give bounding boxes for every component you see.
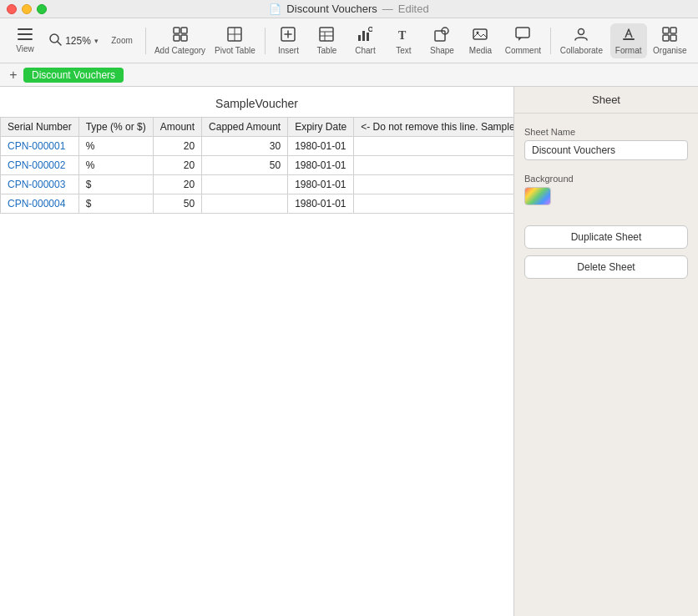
panel-body: Sheet Name Background Duplicate Sheet De… (514, 114, 698, 292)
shape-button[interactable]: Shape (423, 23, 460, 58)
cell-note-3[interactable] (354, 175, 513, 194)
table-button[interactable]: Table (308, 23, 345, 58)
pivot-table-icon (227, 27, 242, 44)
panel-buttons: Duplicate Sheet Delete Sheet (524, 225, 688, 279)
cell-note-1[interactable] (354, 137, 513, 156)
svg-rect-6 (181, 28, 187, 33)
table-row[interactable]: CPN-000004 $ 50 1980-01-01 (1, 194, 514, 214)
format-button[interactable]: Format (610, 23, 647, 58)
svg-rect-24 (435, 31, 445, 41)
cell-expiry-3[interactable]: 1980-01-01 (288, 175, 354, 194)
organise-icon (662, 27, 677, 44)
table-row[interactable]: CPN-000002 % 20 50 1980-01-01 (1, 156, 514, 175)
sheet-tabs-bar: + Discount Vouchers (0, 63, 698, 87)
cell-serial-3[interactable]: CPN-000003 (1, 175, 79, 194)
cell-expiry-1[interactable]: 1980-01-01 (288, 137, 354, 156)
comment-label: Comment (505, 46, 541, 55)
cell-expiry-4[interactable]: 1980-01-01 (288, 194, 354, 214)
duplicate-sheet-button[interactable]: Duplicate Sheet (524, 225, 688, 249)
svg-rect-0 (18, 28, 33, 30)
media-label: Media (469, 46, 492, 55)
cell-type-3[interactable]: $ (78, 175, 153, 194)
title-bar: 📄 Discount Vouchers — Edited (0, 0, 698, 18)
svg-rect-28 (516, 28, 529, 38)
svg-rect-1 (18, 33, 33, 35)
text-button[interactable]: T Text (385, 23, 422, 58)
cell-expiry-2[interactable]: 1980-01-01 (288, 156, 354, 175)
insert-icon (281, 27, 296, 44)
table-row[interactable]: CPN-000003 $ 20 1980-01-01 (1, 175, 514, 194)
insert-button[interactable]: Insert (270, 23, 306, 58)
text-label: Text (396, 46, 411, 55)
media-icon (473, 27, 488, 44)
col-type: Type (% or $) (78, 118, 153, 137)
svg-point-22 (369, 27, 373, 31)
svg-rect-31 (623, 38, 635, 40)
svg-rect-26 (473, 29, 487, 39)
sheet-name-label: Sheet Name (524, 127, 688, 137)
background-field-group: Background (524, 174, 688, 205)
cell-capped-1[interactable]: 30 (202, 137, 288, 156)
cell-type-4[interactable]: $ (78, 194, 153, 214)
add-category-label: Add Category (154, 46, 205, 55)
sheet-name-input[interactable] (524, 140, 688, 160)
minimize-button[interactable] (22, 4, 32, 14)
svg-text:T: T (398, 29, 407, 42)
collaborate-button[interactable]: Collaborate (556, 23, 607, 58)
cell-capped-2[interactable]: 50 (202, 156, 288, 175)
organise-button[interactable]: Organise (649, 23, 691, 58)
cell-type-1[interactable]: % (78, 137, 153, 156)
svg-rect-36 (670, 35, 676, 41)
add-category-button[interactable]: Add Category (151, 23, 209, 58)
table-row[interactable]: CPN-000001 % 20 30 1980-01-01 (1, 137, 514, 156)
svg-rect-20 (362, 31, 365, 41)
cell-note-2[interactable] (354, 156, 513, 175)
table-wrapper[interactable]: Serial Number Type (% or $) Amount Cappe… (0, 117, 513, 616)
panel-header: Sheet (514, 87, 698, 114)
comment-button[interactable]: Comment (500, 23, 545, 58)
right-panel: Sheet Sheet Name Background Duplicate Sh… (514, 87, 698, 616)
sheet-tab-discount-vouchers[interactable]: Discount Vouchers (23, 68, 124, 83)
cell-amount-4[interactable]: 50 (153, 194, 201, 214)
cell-serial-4[interactable]: CPN-000004 (1, 194, 79, 214)
zoom-button[interactable]: 125% ▾ (45, 29, 102, 52)
cell-serial-2[interactable]: CPN-000002 (1, 156, 79, 175)
separator-1 (145, 28, 146, 54)
chart-button[interactable]: Chart (346, 23, 383, 58)
close-button[interactable] (7, 4, 17, 14)
separator-3 (550, 28, 551, 54)
view-button[interactable]: View (7, 24, 43, 57)
svg-rect-8 (181, 35, 187, 41)
pivot-table-button[interactable]: Pivot Table (210, 23, 259, 58)
media-button[interactable]: Media (462, 23, 498, 58)
cell-amount-3[interactable]: 20 (153, 175, 201, 194)
svg-line-4 (58, 42, 61, 45)
cell-capped-3[interactable] (202, 175, 288, 194)
zoom-level: 125% (65, 35, 91, 47)
cell-type-2[interactable]: % (78, 156, 153, 175)
window-title: 📄 Discount Vouchers — Edited (269, 3, 428, 15)
col-serial-number: Serial Number (1, 118, 79, 137)
cell-serial-1[interactable]: CPN-000001 (1, 137, 79, 156)
table-header-row: Serial Number Type (% or $) Amount Cappe… (1, 118, 514, 137)
cell-amount-2[interactable]: 20 (153, 156, 201, 175)
delete-sheet-button[interactable]: Delete Sheet (524, 255, 688, 279)
svg-rect-21 (367, 33, 369, 41)
maximize-button[interactable] (37, 4, 47, 14)
organise-label: Organise (653, 46, 687, 55)
add-sheet-button[interactable]: + (7, 68, 20, 82)
chart-icon (357, 27, 372, 44)
cell-amount-1[interactable]: 20 (153, 137, 201, 156)
cell-note-4[interactable] (354, 194, 513, 214)
col-capped-amount: Capped Amount (202, 118, 288, 137)
svg-rect-35 (663, 35, 669, 41)
zoom-label-group: Zoom (104, 33, 140, 48)
background-color-field (524, 187, 688, 205)
svg-rect-15 (320, 28, 333, 41)
zoom-icon (48, 33, 62, 48)
cell-capped-4[interactable] (202, 194, 288, 214)
color-preview[interactable] (524, 187, 551, 205)
svg-rect-2 (18, 38, 33, 40)
zoom-label-text: Zoom (111, 36, 133, 45)
comment-icon (515, 27, 530, 44)
